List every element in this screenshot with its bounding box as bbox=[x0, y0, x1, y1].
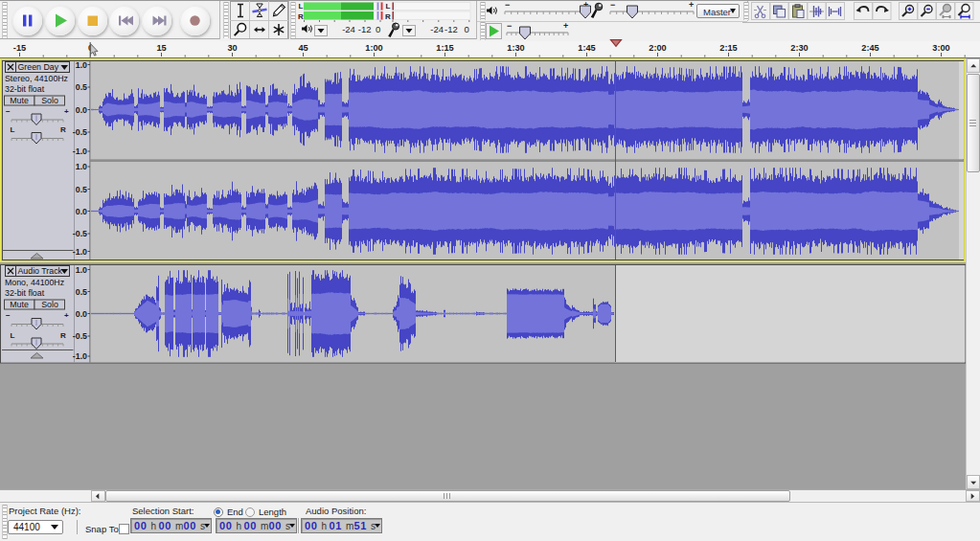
svg-text:R: R bbox=[60, 125, 66, 134]
svg-text:-1.0: -1.0 bbox=[73, 147, 87, 156]
svg-text:-1.0: -1.0 bbox=[73, 351, 87, 361]
svg-text:−: − bbox=[6, 107, 11, 116]
svg-text:-0.5: -0.5 bbox=[73, 127, 87, 137]
svg-text:Mute: Mute bbox=[10, 300, 29, 309]
svg-text:R: R bbox=[60, 331, 66, 340]
svg-text:-1.0: -1.0 bbox=[73, 247, 87, 257]
svg-text:1.0: 1.0 bbox=[76, 265, 87, 275]
svg-text:Stereo, 44100Hz: Stereo, 44100Hz bbox=[5, 74, 68, 83]
svg-text:2:30: 2:30 bbox=[790, 43, 808, 53]
svg-text:Mono, 44100Hz: Mono, 44100Hz bbox=[5, 278, 64, 287]
svg-text:Solo: Solo bbox=[41, 300, 58, 309]
svg-text:-0.5: -0.5 bbox=[73, 331, 87, 341]
svg-text:Solo: Solo bbox=[41, 96, 58, 105]
svg-text:1:00: 1:00 bbox=[365, 43, 382, 53]
svg-text:0.0: 0.0 bbox=[76, 105, 87, 115]
svg-text:Audio Track: Audio Track bbox=[18, 266, 63, 276]
svg-text:0.5: 0.5 bbox=[76, 287, 87, 297]
svg-text:45: 45 bbox=[298, 43, 308, 53]
svg-text:+: + bbox=[64, 311, 69, 320]
svg-text:2:00: 2:00 bbox=[649, 43, 666, 53]
svg-text:0.5: 0.5 bbox=[76, 82, 87, 92]
svg-text:1:45: 1:45 bbox=[578, 43, 595, 53]
svg-text:3:00: 3:00 bbox=[932, 43, 949, 53]
svg-text:32-bit float: 32-bit float bbox=[5, 84, 45, 94]
svg-text:0.0: 0.0 bbox=[76, 207, 87, 216]
svg-text:30: 30 bbox=[227, 43, 237, 53]
svg-text:+: + bbox=[64, 107, 69, 116]
svg-text:2:15: 2:15 bbox=[719, 43, 737, 53]
svg-text:−: − bbox=[507, 21, 512, 31]
svg-text:1:15: 1:15 bbox=[436, 43, 453, 53]
svg-text:2:45: 2:45 bbox=[861, 43, 878, 53]
svg-text:L: L bbox=[11, 331, 15, 340]
svg-text:−: − bbox=[6, 311, 11, 320]
svg-text:0.5: 0.5 bbox=[76, 185, 87, 194]
svg-text:-0.5: -0.5 bbox=[73, 229, 87, 238]
svg-text:Mute: Mute bbox=[10, 96, 29, 105]
svg-text:32-bit float: 32-bit float bbox=[5, 288, 45, 298]
svg-text:1.0: 1.0 bbox=[76, 60, 87, 70]
svg-text:L: L bbox=[11, 125, 15, 134]
svg-text:+: + bbox=[563, 21, 568, 31]
svg-text:-15: -15 bbox=[13, 43, 26, 53]
svg-text:15: 15 bbox=[156, 43, 166, 53]
svg-text:0.0: 0.0 bbox=[76, 309, 87, 319]
svg-text:Green Day: Green Day bbox=[18, 62, 59, 72]
svg-text:1.0: 1.0 bbox=[76, 162, 87, 171]
svg-text:1:30: 1:30 bbox=[507, 43, 524, 53]
